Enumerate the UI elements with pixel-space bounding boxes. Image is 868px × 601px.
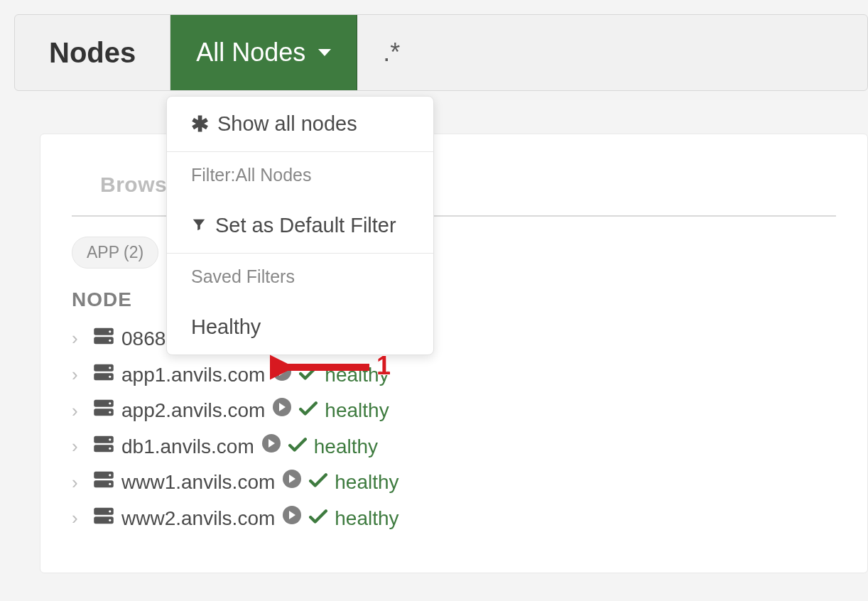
chevron-right-icon: › [72,433,86,460]
caret-down-icon [318,49,331,56]
funnel-icon [191,214,207,237]
node-row[interactable]: ›app2.anvils.comhealthy [72,393,836,429]
node-name: 0868 [121,325,166,354]
svg-point-27 [109,519,111,521]
svg-point-17 [109,447,111,449]
chevron-right-icon: › [72,398,86,425]
hdd-icon [93,468,114,497]
node-filter-input[interactable] [357,15,867,90]
node-name: www1.anvils.com [121,468,275,497]
set-default-filter-item[interactable]: Set as Default Filter [167,198,433,253]
node-status: healthy [335,468,398,497]
svg-point-6 [109,367,111,369]
arrow-circle-right-icon[interactable] [272,396,292,426]
svg-point-11 [109,402,111,404]
hdd-icon [93,433,114,462]
hdd-icon [93,325,114,354]
node-name: www2.anvils.com [121,504,275,534]
saved-filter-healthy-label: Healthy [191,315,261,339]
node-row[interactable]: ›www1.anvils.comhealthy [72,465,836,501]
nodes-title: Nodes [15,15,170,90]
node-status: healthy [314,433,378,462]
arrow-circle-right-icon[interactable] [282,468,302,497]
filter-dropdown-menu: ✱ Show all nodes Filter:All Nodes Set as… [166,96,434,355]
svg-point-26 [109,510,111,512]
node-row[interactable]: ›www2.anvils.comhealthy [72,501,836,537]
node-row[interactable]: ›app1.anvils.comhealthy [72,357,836,394]
set-default-filter-label: Set as Default Filter [215,214,396,237]
chevron-right-icon: › [72,505,86,532]
chevron-right-icon: › [72,470,86,497]
all-nodes-dropdown-button[interactable]: All Nodes [170,15,357,90]
nodes-panel: Browse APP (2) D NODE ›0868deck server n… [40,134,868,573]
current-filter-label: Filter:All Nodes [167,152,433,198]
show-all-nodes-item[interactable]: ✱ Show all nodes [167,97,433,151]
svg-point-7 [109,375,111,377]
svg-point-21 [109,475,111,477]
check-icon [299,396,318,426]
svg-point-16 [109,438,111,440]
asterisk-icon: ✱ [191,114,209,135]
check-icon [309,468,327,497]
arrow-circle-right-icon[interactable] [261,433,281,462]
hdd-icon [93,361,114,390]
hdd-icon [93,504,114,534]
node-name: db1.anvils.com [121,433,254,462]
chevron-right-icon: › [72,325,86,352]
saved-filter-healthy[interactable]: Healthy [167,300,433,354]
saved-filters-header: Saved Filters [167,254,433,300]
all-nodes-dropdown-label: All Nodes [196,38,305,67]
show-all-nodes-label: Show all nodes [217,112,357,136]
annotation-arrow-icon [270,350,376,385]
top-filter-bar: Nodes All Nodes [14,14,868,91]
arrow-circle-right-icon[interactable] [282,504,302,534]
check-icon [309,504,327,534]
node-status: healthy [325,396,389,426]
svg-point-22 [109,483,111,485]
check-icon [288,433,307,462]
chevron-right-icon: › [72,362,86,389]
annotation-number-1: 1 [376,351,391,381]
node-status: healthy [335,504,398,534]
node-row[interactable]: ›db1.anvils.comhealthy [72,429,836,465]
svg-point-2 [109,330,111,332]
node-name: app1.anvils.com [121,361,265,390]
node-name: app2.anvils.com [121,396,265,426]
svg-point-12 [109,411,111,413]
tag-app[interactable]: APP (2) [72,237,158,269]
hdd-icon [93,396,114,426]
svg-point-3 [109,340,111,342]
